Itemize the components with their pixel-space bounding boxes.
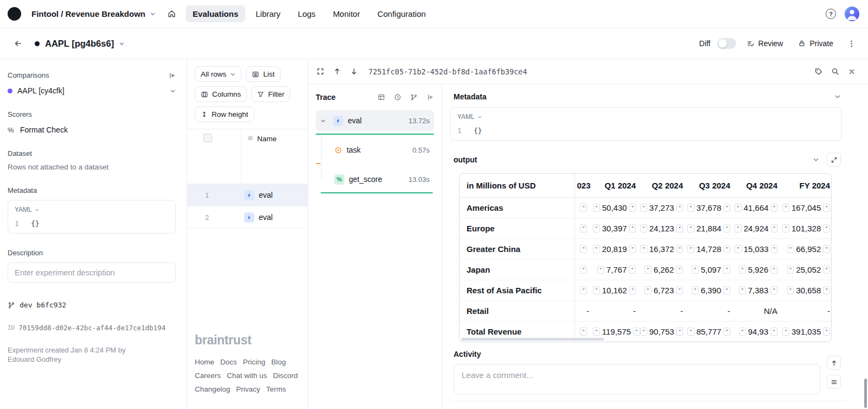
waterfall-icon[interactable] <box>410 93 418 101</box>
nav-item-library[interactable]: Library <box>248 5 288 22</box>
back-button[interactable] <box>10 35 26 52</box>
nav-item-logs[interactable]: Logs <box>291 5 323 22</box>
git-ref[interactable]: dev b6fc932 <box>8 301 176 309</box>
more-menu-button[interactable] <box>844 36 859 52</box>
help-icon[interactable]: ? <box>826 9 836 19</box>
span-metadata-editor[interactable]: YAML 1 {} <box>450 107 842 141</box>
user-avatar[interactable] <box>845 7 859 21</box>
span-row-task[interactable]: task0.57s <box>316 140 434 160</box>
toggle-knob <box>718 39 727 48</box>
arrow-down-icon <box>350 67 358 75</box>
search-trace-button[interactable] <box>827 64 843 79</box>
clipped-cell: " <box>575 239 591 260</box>
eval-row-2[interactable]: 2eval <box>187 206 308 229</box>
git-ref-label: dev b6fc932 <box>20 301 66 309</box>
activity-section: Activity <box>442 342 868 394</box>
review-button[interactable]: Review <box>742 35 788 52</box>
footer-link-pricing[interactable]: Pricing <box>243 355 265 369</box>
quote-badge: " <box>735 245 742 254</box>
row-height-button[interactable]: Row height <box>195 106 254 122</box>
vertical-scrollbar[interactable] <box>864 379 867 408</box>
durations-icon[interactable] <box>394 93 401 101</box>
footer-link-blog[interactable]: Blog <box>271 355 286 369</box>
prev-row-button[interactable] <box>329 64 345 79</box>
rows-panel: All rows List Columns Filter <box>187 59 308 409</box>
eval-icon <box>244 212 254 223</box>
nav-item-monitor[interactable]: Monitor <box>326 5 367 22</box>
bolt-icon <box>246 192 252 198</box>
review-label: Review <box>758 39 783 48</box>
expand-output-button[interactable] <box>827 153 841 167</box>
columns-button[interactable]: Columns <box>195 86 247 102</box>
value-cell: "10,162" <box>591 280 638 301</box>
diff-toggle[interactable] <box>717 38 736 49</box>
footer-link-careers[interactable]: Careers <box>195 369 221 382</box>
lock-icon <box>798 40 806 47</box>
trace-panel-title: Trace <box>316 93 336 102</box>
collapse-span-icon[interactable] <box>320 118 326 124</box>
filter-button[interactable]: Filter <box>251 86 290 102</box>
nav-item-configuration[interactable]: Configuration <box>371 5 433 22</box>
value-cell: - <box>591 301 638 322</box>
footer-link-home[interactable]: Home <box>195 355 214 369</box>
next-row-button[interactable] <box>346 64 362 79</box>
footer-link-privacy[interactable]: Privacy <box>236 382 260 396</box>
experiment-id-row: ID 70159dd8-d02e-42bc-af44-de17ce1db194 <box>8 324 176 332</box>
span-row-eval[interactable]: eval13.72s <box>316 110 434 131</box>
output-table[interactable]: in Millions of USD 023 Q1 2024Q2 2024Q3 … <box>459 173 832 342</box>
table-view-icon[interactable] <box>378 93 385 101</box>
quote-badge: " <box>724 245 731 254</box>
chevron-down-icon[interactable] <box>813 156 819 163</box>
collapse-activity-button[interactable] <box>827 356 841 370</box>
expand-trace-button[interactable] <box>312 64 328 79</box>
braintrust-logo[interactable] <box>8 7 21 21</box>
rows-filter-dropdown[interactable]: All rows <box>195 66 241 82</box>
experiment-title-button[interactable]: AAPL [pg4b6s6] <box>45 39 125 49</box>
quote-badge: " <box>640 224 647 233</box>
experiment-dot <box>35 41 40 46</box>
output-row-americas: Americas""50,430""37,273""37,678""41,664… <box>459 198 832 218</box>
tag-button[interactable] <box>810 64 826 79</box>
close-trace-button[interactable] <box>844 64 859 79</box>
footer-link-discord[interactable]: Discord <box>273 369 298 382</box>
span-duration-track <box>316 163 434 164</box>
comparison-item[interactable]: AAPL [cy4cfk] <box>8 86 176 95</box>
name-column-header[interactable]: Name <box>241 129 277 184</box>
comment-input[interactable] <box>454 364 820 394</box>
view-mode-button[interactable]: List <box>246 66 280 82</box>
nav-item-evaluations[interactable]: Evaluations <box>186 5 245 22</box>
scorer-item[interactable]: % Format Check <box>8 125 176 134</box>
fullscreen-icon <box>316 67 324 75</box>
footer-link-chat-with-us[interactable]: Chat with us <box>227 369 267 382</box>
description-input[interactable] <box>8 262 176 283</box>
quote-badge: " <box>771 245 778 254</box>
span-row-get-score[interactable]: %get_score13.03s <box>316 169 434 190</box>
footer-link-terms[interactable]: Terms <box>266 382 286 396</box>
collapse-trace-panel-icon[interactable] <box>426 93 434 101</box>
expand-diagonal-icon <box>831 156 838 163</box>
home-icon[interactable] <box>163 5 180 22</box>
privacy-button[interactable]: Private <box>793 35 838 52</box>
project-switcher[interactable]: Fintool / Revenue Breakdown <box>28 6 159 22</box>
table-title: in Millions of USD <box>459 174 575 198</box>
eval-row-1[interactable]: 1eval <box>187 184 308 206</box>
quote-badge: " <box>724 204 731 212</box>
footer-link-changelog[interactable]: Changelog <box>195 382 230 396</box>
yaml-format-dropdown[interactable]: YAML <box>457 113 835 121</box>
select-all-checkbox[interactable] <box>203 134 212 142</box>
value-cell: "5,926" <box>732 260 780 280</box>
value-cell: "85,777" <box>685 322 732 342</box>
collapse-sidebar-icon[interactable] <box>168 72 176 79</box>
span-tree: eval13.72stask0.57s%get_score13.03s <box>316 110 434 193</box>
footer-link-docs[interactable]: Docs <box>220 355 237 369</box>
horizontal-scrollbar[interactable] <box>461 338 604 341</box>
span-duration: 0.57s <box>412 146 430 154</box>
value-cell: "167,045" <box>780 198 832 218</box>
activity-feed-button[interactable] <box>827 375 841 389</box>
quote-badge: " <box>787 266 794 274</box>
metadata-section-header[interactable]: Metadata <box>442 91 868 103</box>
yaml-format-dropdown[interactable]: YAML <box>15 206 169 213</box>
chevron-down-icon[interactable] <box>834 93 841 100</box>
value-cell: "90,753" <box>638 322 685 342</box>
metadata-editor[interactable]: YAML 1 {} <box>8 200 176 234</box>
